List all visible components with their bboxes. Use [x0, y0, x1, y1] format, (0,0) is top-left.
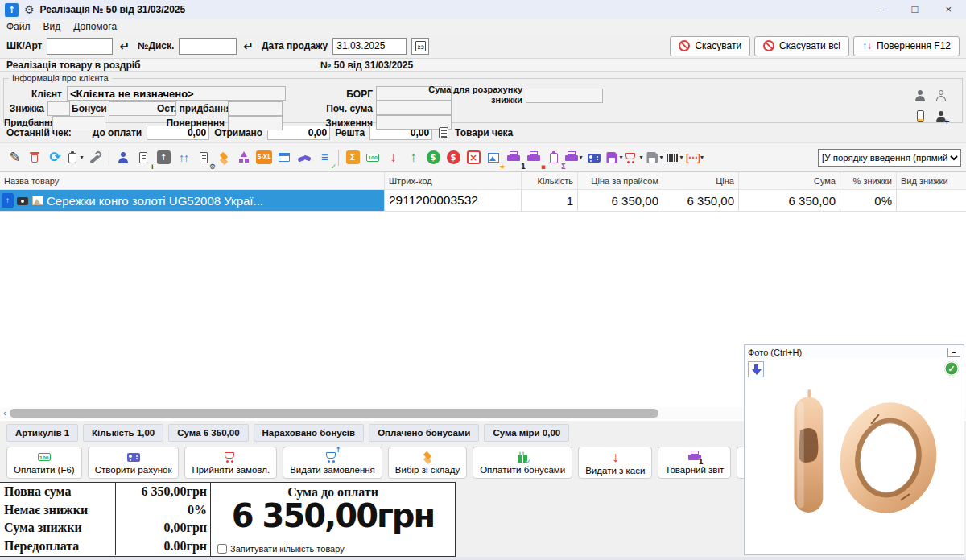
- goods-report-label: Товарний звіт: [665, 465, 724, 475]
- contact-card-icon[interactable]: [584, 147, 604, 168]
- stock-layers-icon[interactable]: [214, 147, 233, 168]
- return-f12-button[interactable]: ↑↓ Повернення F12: [853, 36, 960, 56]
- cash-out-arrow-icon[interactable]: ↓: [383, 147, 402, 168]
- returns-field[interactable]: [228, 116, 283, 130]
- menu-item-view[interactable]: Вид: [37, 21, 68, 32]
- accept-order-label: Прийняти замовл.: [192, 465, 270, 475]
- sms-phone-icon[interactable]: [912, 109, 928, 125]
- photo-panel-title: Фото (Ctrl+H): [748, 348, 802, 357]
- edit-icon[interactable]: ✎: [5, 147, 24, 168]
- client-person-icon[interactable]: [114, 147, 133, 168]
- ask-quantity-option[interactable]: Запитувати кількість товару: [217, 544, 345, 554]
- col-discount-pct[interactable]: % знижки: [840, 172, 897, 189]
- receipt-goods-label[interactable]: Товари чека: [455, 127, 513, 138]
- print-menu-icon[interactable]: ▾: [564, 147, 584, 168]
- move-up-arrows-icon[interactable]: ↑↑: [174, 147, 193, 168]
- qty-cell[interactable]: 1: [522, 190, 578, 211]
- upload-icon[interactable]: ↑: [154, 147, 173, 168]
- cancel-all-button[interactable]: Скасувати всі: [754, 36, 849, 56]
- report-sigma-clipboard-icon[interactable]: Σ: [544, 147, 564, 168]
- col-discount-type[interactable]: Вид знижки: [897, 172, 966, 189]
- list-check-icon[interactable]: ≡✓: [315, 147, 334, 168]
- maximize-button[interactable]: □: [912, 0, 919, 19]
- sum-sigma-icon[interactable]: Σ: [343, 147, 362, 168]
- ask-quantity-checkbox[interactable]: [217, 544, 227, 554]
- sizes-sxl-icon[interactable]: S-XL: [254, 147, 274, 168]
- issue-order-button[interactable]: ↑ Видати замовлення: [283, 447, 382, 479]
- diskette-menu-icon[interactable]: ▾: [645, 147, 664, 168]
- add-client-icon[interactable]: +: [933, 109, 949, 125]
- pay-button[interactable]: Оплатити (F6): [6, 447, 82, 479]
- discount-calc-field[interactable]: [526, 89, 603, 103]
- doc-add-icon[interactable]: +: [134, 147, 153, 168]
- col-name[interactable]: Назва товару: [0, 172, 385, 189]
- partner-handshake-icon[interactable]: [295, 147, 314, 168]
- cash-banknote-icon[interactable]: [363, 147, 382, 168]
- sku-input[interactable]: [47, 38, 113, 55]
- last-purchase-field[interactable]: [228, 101, 283, 116]
- variants-shapes-icon[interactable]: [234, 147, 254, 168]
- no-discount-value: 0%: [115, 501, 210, 520]
- window-title: Реалізація № 50 від 31/03/2025: [40, 4, 186, 15]
- goods-report-button[interactable]: 1 Товарний звіт: [658, 447, 731, 479]
- menu-bar: Файл Вид Допомога: [0, 19, 966, 34]
- create-invoice-button[interactable]: Створити рахунок: [88, 447, 180, 479]
- col-barcode[interactable]: Штрих-код: [385, 172, 522, 189]
- barcode-cell[interactable]: 2911200003532: [385, 190, 522, 211]
- money-in-dollar-icon[interactable]: $: [423, 147, 443, 168]
- cart-menu-icon[interactable]: ▾: [625, 147, 644, 168]
- doc-settings-icon[interactable]: ⚙: [194, 147, 213, 168]
- delete-icon[interactable]: [25, 147, 44, 168]
- table-window-icon[interactable]: [275, 147, 294, 168]
- purchases-field[interactable]: [52, 116, 105, 130]
- discount-type-cell[interactable]: [897, 190, 966, 211]
- sale-date-input[interactable]: [332, 38, 407, 55]
- sum-cell[interactable]: 6 350,00: [739, 190, 840, 211]
- cancel-button[interactable]: Скасувати: [670, 36, 750, 56]
- calendar-button[interactable]: [411, 38, 429, 55]
- save-menu-icon[interactable]: ▾: [605, 147, 624, 168]
- refresh-icon[interactable]: ⟳: [45, 147, 64, 168]
- discount-card-input[interactable]: [179, 38, 237, 55]
- accept-order-button[interactable]: Прийняти замовл.: [184, 447, 277, 479]
- init-sum-field[interactable]: [376, 101, 452, 115]
- price-cell[interactable]: 6 350,00: [663, 190, 739, 211]
- scrollbar-thumb[interactable]: [10, 409, 658, 418]
- form-star-icon[interactable]: ★: [484, 147, 503, 168]
- close-button[interactable]: ×: [945, 0, 952, 19]
- discount-pct-cell[interactable]: 0%: [840, 190, 897, 211]
- gear-icon[interactable]: ⚙: [24, 4, 35, 15]
- table-row[interactable]: ↑ Сережки конго золоті UG52008 Украї... …: [0, 190, 966, 212]
- status-bonuses-earned: Нараховано бонусів: [254, 424, 365, 442]
- barcode-menu-icon[interactable]: ▾: [665, 147, 684, 168]
- status-paid-bonuses: Оплачено бонусами: [369, 424, 479, 442]
- pick-from-stock-button[interactable]: Вибір зі складу: [388, 447, 467, 479]
- menu-item-file[interactable]: Файл: [0, 21, 37, 32]
- cash-in-arrow-icon[interactable]: ↑: [403, 147, 423, 168]
- discount-field[interactable]: [47, 101, 70, 116]
- col-qty[interactable]: Кількість: [522, 172, 578, 189]
- client-outline-person-icon[interactable]: [933, 88, 949, 104]
- client-value-field[interactable]: [67, 86, 286, 101]
- pay-with-bonuses-button[interactable]: ✓ Оплатити бонусами: [473, 447, 572, 479]
- photo-minimize-button[interactable]: –: [947, 348, 960, 357]
- col-price[interactable]: Ціна: [663, 172, 739, 189]
- print-receipt-icon[interactable]: ▪: [524, 147, 543, 168]
- paste-doc-icon[interactable]: ▾: [65, 147, 85, 168]
- client-filled-person-icon[interactable]: [912, 88, 928, 104]
- minimize-button[interactable]: –: [878, 0, 884, 19]
- menu-item-help[interactable]: Допомога: [67, 21, 123, 32]
- product-name-cell[interactable]: ↑ Сережки конго золоті UG52008 Украї...: [0, 190, 385, 211]
- price-list-cell[interactable]: 6 350,00: [578, 190, 663, 211]
- photo-download-icon[interactable]: [748, 361, 764, 377]
- sort-order-select[interactable]: [У порядку введення (прямий)]: [818, 149, 961, 167]
- cash-out-button[interactable]: ↓ Видати з каси: [578, 447, 652, 479]
- money-out-dollar-icon[interactable]: $: [444, 147, 463, 168]
- col-price-list[interactable]: Ціна за прайсом: [578, 172, 663, 189]
- cancel-cross-icon[interactable]: ×: [464, 147, 483, 168]
- scroll-left-icon[interactable]: ‹: [0, 409, 10, 418]
- ellipsis-menu-icon[interactable]: [⋯]▾: [685, 147, 704, 168]
- col-sum[interactable]: Сума: [739, 172, 840, 189]
- tools-wrench-icon[interactable]: [85, 147, 105, 168]
- print-goods-1-icon[interactable]: 1: [504, 147, 523, 168]
